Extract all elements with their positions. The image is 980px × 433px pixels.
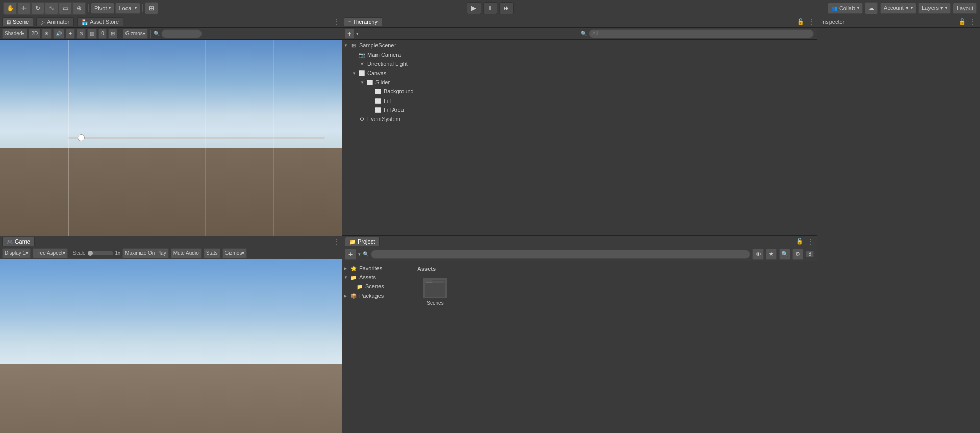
cloud-button[interactable]: ☁ [865,2,878,14]
project-add-btn[interactable]: + [345,249,356,260]
arrow-sample-scene: ▼ [344,43,350,48]
scale-value: 1x [115,250,121,256]
hierarchy-add-chevron[interactable]: ▾ [356,31,359,36]
hierarchy-menu-icon[interactable]: ⋮ [808,18,815,26]
layers-dropdown[interactable]: Layers ▾ ▾ [918,3,951,14]
project-eye-btn[interactable]: 👁 [752,249,764,260]
center-panels: ≡ Hierarchy 🔓 ⋮ + ▾ 🔍 ▼ [342,16,817,433]
project-search-input[interactable] [371,250,750,259]
tree-favorites[interactable]: ▶ ⭐ Favorites [342,263,413,273]
tree-item-slider[interactable]: ▼ ⬜ Slider [342,78,817,87]
tree-packages[interactable]: ▶ 📦 Packages [342,291,413,300]
scene-anim-btn[interactable]: ▩ [87,29,97,39]
2d-button[interactable]: 2D [29,29,40,39]
hierarchy-lock-icon[interactable]: 🔓 [797,18,805,25]
gizmos-dropdown[interactable]: Gizmos ▾ [123,29,148,39]
tab-animator[interactable]: ▷ Animator [36,17,74,26]
scale-tool-btn[interactable]: ⤡ [45,2,58,14]
tree-item-sample-scene[interactable]: ▼ ⊞ SampleScene* [342,41,817,50]
project-filter-btn[interactable]: 🔍 [779,249,790,260]
scene-slider-handle[interactable] [78,134,85,141]
scale-slider-handle[interactable] [88,251,93,256]
tree-item-fill-area[interactable]: ⬜ Fill Area [342,105,817,114]
rect-tool-btn[interactable]: ▭ [59,2,72,14]
hierarchy-tab-icon: ≡ [348,19,351,25]
collab-dropdown[interactable]: 👥 Collab ▾ [828,3,863,14]
pivot-label: Pivot [94,5,107,11]
inspector-lock-icon[interactable]: 🔓 [959,18,966,25]
hierarchy-add-btn[interactable]: + [345,29,354,39]
hand-tool-btn[interactable]: ✋ [4,2,17,14]
tree-item-event-system[interactable]: ⚙ EventSystem [342,114,817,124]
asset-item-scenes[interactable]: Scenes [417,276,453,308]
multi-tool-btn[interactable]: ⊕ [72,2,86,14]
step-button[interactable]: ⏭ [499,2,514,14]
aspect-dropdown[interactable]: Free Aspect ▾ [33,248,67,258]
hierarchy-search-input[interactable] [589,29,814,38]
tab-asset-store[interactable]: 🏪 Asset Store [77,17,123,26]
scene-panel-menu[interactable]: ⋮ [333,18,340,26]
right-main: ≡ Hierarchy 🔓 ⋮ + ▾ 🔍 ▼ [342,16,980,433]
scene-fx-btn[interactable]: ✦ [66,29,75,39]
maximize-play-btn[interactable]: Maximize On Play [122,248,169,258]
tree-item-background[interactable]: ⬜ Background [342,87,817,96]
game-panel-menu[interactable]: ⋮ [333,237,340,246]
local-dropdown[interactable]: Local ▾ [115,3,140,14]
project-add-chevron[interactable]: ▾ [358,252,361,257]
layout-label: Layout [957,5,973,11]
scene-search-input[interactable] [161,29,202,38]
tree-item-fill[interactable]: ⬜ Fill [342,96,817,105]
layout-dropdown[interactable]: Layout [953,3,977,14]
inspector-menu-icon[interactable]: ⋮ [969,18,976,26]
tree-item-canvas[interactable]: ▼ ⬜ Canvas [342,68,817,78]
scene-light-btn[interactable]: ☀ [42,29,52,39]
tree-item-dir-light[interactable]: ☀ Directional Light [342,59,817,68]
pause-button[interactable]: ⏸ [483,2,497,14]
store-tab-icon: 🏪 [82,19,88,25]
icon-slider: ⬜ [366,79,373,86]
scene-audio-btn[interactable]: 🔊 [53,29,64,39]
scale-slider-track[interactable] [88,251,113,255]
rotate-tool-btn[interactable]: ↻ [31,2,44,14]
project-star-btn[interactable]: ★ [766,249,777,260]
inspector-header: Inspector 🔓 ⋮ [817,16,980,28]
project-lock-icon[interactable]: 🔓 [796,238,803,245]
label-fill: Fill [384,98,391,104]
icon-background: ⬜ [374,88,382,95]
scene-sky [0,40,342,148]
account-dropdown[interactable]: Account ▾ ▾ [880,3,916,14]
label-main-camera: Main Camera [367,52,401,58]
play-button[interactable]: ▶ [467,2,481,14]
scene-hide-btn[interactable]: 0 [98,29,107,39]
project-tab-icon: 📁 [349,239,356,245]
shaded-dropdown[interactable]: Shaded ▾ [2,29,27,39]
tab-scene[interactable]: ⊞ Scene [2,17,33,26]
tree-scenes[interactable]: 📁 Scenes [342,282,413,291]
mute-audio-btn[interactable]: Mute Audio [171,248,202,258]
stats-btn[interactable]: Stats [204,248,220,258]
tree-assets[interactable]: ▼ 📁 Assets [342,273,413,282]
inspector-panel: Inspector 🔓 ⋮ [817,16,980,433]
scene-sky-btn[interactable]: ⊙ [77,29,86,39]
label-event-system: EventSystem [367,116,400,122]
scene-grid-btn[interactable]: ⊞ [108,29,117,39]
project-gear-btn[interactable]: ⚙ [792,249,803,260]
game-gizmos-btn[interactable]: Gizmos ▾ [222,248,247,258]
display-label: Display 1 [5,250,26,256]
tab-project[interactable]: 📁 Project [345,237,380,246]
label-packages: Packages [359,293,384,299]
display-dropdown[interactable]: Display 1 ▾ [2,248,31,258]
icon-packages: 📦 [350,292,357,299]
tab-hierarchy[interactable]: ≡ Hierarchy [344,17,382,26]
move-tool-btn[interactable]: ✛ [17,2,31,14]
project-search-bar: 🔍 [363,250,750,259]
pivot-dropdown[interactable]: Pivot ▾ [91,3,114,14]
toolbar-left: ✋ ✛ ↻ ⤡ ▭ ⊕ Pivot ▾ Local ▾ ⊞ [3,2,827,15]
layers-chevron: ▾ [945,6,947,10]
tree-item-main-camera[interactable]: 📷 Main Camera [342,50,817,59]
tab-game[interactable]: 🎮 Game [2,237,35,246]
icon-main-camera: 📷 [358,51,365,58]
project-menu-icon[interactable]: ⋮ [807,237,814,246]
toolbar-sep-1 [88,4,89,12]
custom-tool-btn[interactable]: ⊞ [145,2,158,14]
